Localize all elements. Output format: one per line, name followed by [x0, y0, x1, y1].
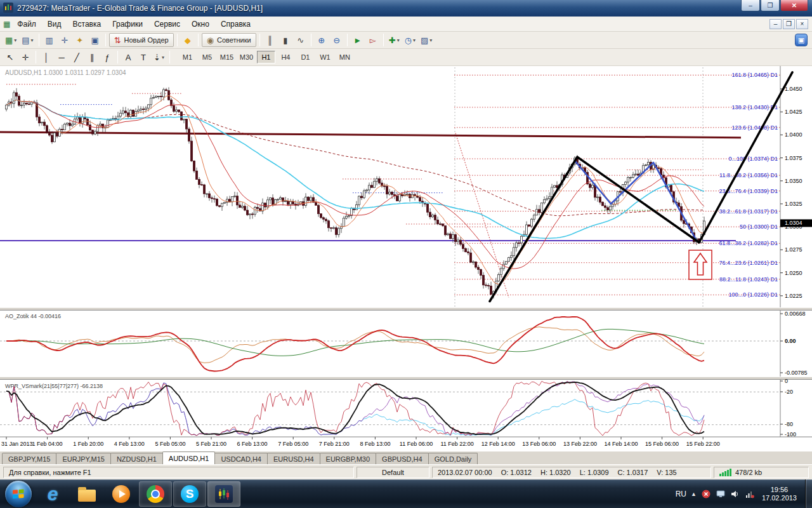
- profiles-button[interactable]: ▤▾: [20, 33, 35, 47]
- indicators-button[interactable]: ✚▾: [387, 33, 402, 47]
- menu-file[interactable]: Файл: [11, 18, 42, 30]
- tray-error-icon[interactable]: [701, 489, 711, 499]
- tab-eurusd-h4[interactable]: EURUSD,H4: [267, 453, 320, 464]
- fibonacci-button[interactable]: ƒ: [100, 50, 114, 64]
- new-order-button[interactable]: ⇅Новый Ордер: [109, 33, 174, 47]
- dropdown-arrow-icon[interactable]: ▾: [429, 37, 432, 43]
- timeframe-m30[interactable]: M30: [237, 51, 256, 64]
- minimize-button[interactable]: –: [741, 0, 760, 11]
- mdi-restore-button[interactable]: ❐: [783, 19, 795, 29]
- taskbar-ie-icon[interactable]: e: [36, 481, 69, 507]
- arrows-icon: ⇣: [154, 53, 160, 62]
- templates-button[interactable]: ▨▾: [419, 33, 434, 47]
- text-button[interactable]: A: [121, 50, 135, 64]
- menu-help[interactable]: Справка: [215, 18, 256, 30]
- hidden-icons-button[interactable]: ▲: [691, 491, 697, 497]
- timeframe-m1[interactable]: M1: [178, 51, 197, 64]
- mdi-minimize-button[interactable]: –: [769, 19, 782, 29]
- crosshair-button[interactable]: ✛: [18, 50, 32, 64]
- timeframe-h4[interactable]: H4: [277, 51, 295, 64]
- tray-network-icon[interactable]: [745, 489, 755, 499]
- data-window-icon: ✛: [61, 36, 68, 44]
- svg-text:1.0350: 1.0350: [785, 178, 802, 184]
- menu-window[interactable]: Окно: [186, 18, 215, 30]
- taskbar-media-player-icon[interactable]: [105, 481, 138, 507]
- taskbar-clock[interactable]: 19:56 17.02.2013: [762, 486, 797, 502]
- timeframe-d1[interactable]: D1: [296, 51, 315, 64]
- autoscroll-button[interactable]: ►: [351, 33, 365, 47]
- menu-view[interactable]: Вид: [42, 18, 67, 30]
- dropdown-arrow-icon[interactable]: ▾: [14, 37, 16, 43]
- menu-insert[interactable]: Вставка: [67, 18, 107, 30]
- line-chart-button[interactable]: ∿: [294, 33, 308, 47]
- horizontal-line-button[interactable]: ─: [55, 50, 69, 64]
- chart-canvas[interactable]: 1.04501.04251.04001.03751.03501.03251.03…: [0, 66, 812, 451]
- mdi-close-button[interactable]: ×: [796, 19, 808, 29]
- toolbar-separator: [117, 51, 118, 64]
- new-chart-icon: ▦: [5, 36, 13, 44]
- tab-audusd-h1[interactable]: AUDUSD,H1: [162, 451, 216, 464]
- channel-button[interactable]: ∥: [85, 50, 99, 64]
- taskbar-explorer-icon[interactable]: [70, 481, 103, 507]
- label-icon: T: [141, 53, 146, 62]
- tab-gbpusd-h4[interactable]: GBPUSD,H4: [376, 453, 429, 464]
- data-window-button[interactable]: ✛: [58, 33, 72, 47]
- market-watch-button[interactable]: ▥: [43, 33, 56, 47]
- language-indicator[interactable]: RU: [676, 490, 686, 498]
- maximize-button[interactable]: ❐: [761, 0, 780, 11]
- candlestick-button[interactable]: ▮: [278, 33, 292, 47]
- dropdown-arrow-icon[interactable]: ▾: [31, 37, 34, 43]
- tab-gbpjpy-m15[interactable]: GBPJPY,M15: [2, 453, 56, 464]
- dropdown-arrow-icon[interactable]: ▾: [162, 55, 164, 60]
- arrows-button[interactable]: ⇣▾: [152, 50, 166, 64]
- advisors-button[interactable]: ◉Советники: [202, 33, 256, 47]
- taskbar-metatrader-icon[interactable]: [207, 481, 240, 507]
- close-button[interactable]: ✕: [780, 0, 808, 11]
- tab-nzdusd-h1[interactable]: NZDUSD,H1: [110, 453, 163, 464]
- terminal-button[interactable]: ▣: [88, 33, 102, 47]
- folder-icon: [78, 490, 96, 502]
- timeframe-m15[interactable]: M15: [218, 51, 236, 64]
- tab-gold-daily[interactable]: GOLD,Daily: [428, 453, 478, 464]
- dropdown-arrow-icon[interactable]: ▾: [413, 37, 416, 43]
- zoom-in-button[interactable]: ⊕: [315, 33, 329, 47]
- svg-text:31 Jan 2013: 31 Jan 2013: [1, 441, 33, 447]
- zoom-out-button[interactable]: ⊖: [330, 33, 344, 47]
- svg-text:61.8...38.2 (1.0282) D1: 61.8...38.2 (1.0282) D1: [719, 240, 778, 246]
- metaeditor-button[interactable]: ◆: [181, 33, 195, 47]
- tray-volume-icon[interactable]: [730, 489, 740, 499]
- periods-button[interactable]: ◷▾: [403, 33, 417, 47]
- taskbar: e S RU ▲ 19:56 1: [0, 479, 812, 508]
- horizontal-line-icon: ─: [58, 53, 64, 62]
- taskbar-chrome-icon[interactable]: [139, 481, 172, 507]
- svg-text:-0.00785: -0.00785: [785, 370, 808, 376]
- tab-eurgbp-m30[interactable]: EURGBP,M30: [320, 453, 377, 464]
- timeframe-m5[interactable]: M5: [198, 51, 216, 64]
- tray-update-icon[interactable]: [716, 489, 726, 499]
- navigator-button[interactable]: ✦: [73, 33, 87, 47]
- show-desktop-button[interactable]: [805, 479, 812, 508]
- menu-service[interactable]: Сервис: [148, 18, 186, 30]
- start-button[interactable]: [2, 481, 35, 507]
- timeframe-h1[interactable]: H1: [257, 51, 275, 64]
- notifications-icon[interactable]: ▣: [795, 34, 808, 46]
- dropdown-arrow-icon[interactable]: ▾: [397, 37, 400, 43]
- profile-indicator[interactable]: Default: [357, 467, 429, 478]
- trendline-button[interactable]: ╱: [70, 50, 84, 64]
- chart-shift-button[interactable]: ▻: [366, 33, 380, 47]
- bar-chart-button[interactable]: ║: [263, 33, 277, 47]
- tab-eurjpy-m15[interactable]: EURJPY,M15: [56, 453, 110, 464]
- svg-text:-80: -80: [785, 421, 793, 427]
- timeframe-mn[interactable]: MN: [336, 51, 354, 64]
- label-button[interactable]: T: [136, 50, 150, 64]
- menu-charts[interactable]: Графики: [107, 18, 148, 30]
- new-chart-button[interactable]: ▦▾: [3, 33, 18, 47]
- svg-text:5 Feb 21:00: 5 Feb 21:00: [196, 441, 226, 447]
- timeframe-w1[interactable]: W1: [316, 51, 334, 64]
- tab-usdcad-h4[interactable]: USDCAD,H4: [214, 453, 268, 464]
- taskbar-skype-icon[interactable]: S: [173, 481, 206, 507]
- toolbar-separator: [259, 34, 260, 46]
- chrome-logo-icon: [147, 485, 164, 503]
- vertical-line-button[interactable]: │: [39, 50, 53, 64]
- cursor-button[interactable]: ↖: [3, 50, 17, 64]
